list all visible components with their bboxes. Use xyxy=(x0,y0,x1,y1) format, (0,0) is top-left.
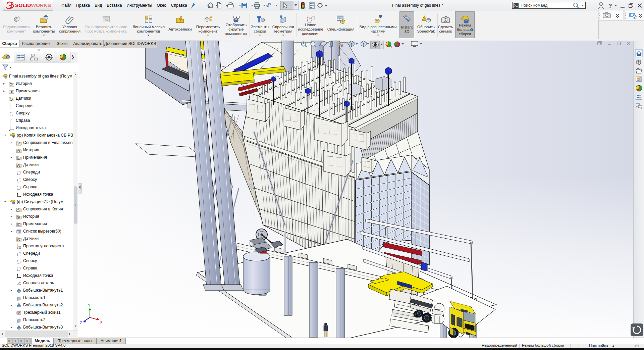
svg-text:X: X xyxy=(100,320,103,324)
svg-text:Z: Z xyxy=(80,321,82,325)
svg-text:A: A xyxy=(18,157,20,160)
svg-text:A: A xyxy=(18,224,20,226)
svg-text:?: ? xyxy=(608,3,612,9)
svg-text:A: A xyxy=(341,44,343,48)
svg-text:SOLIDWORKS: SOLIDWORKS xyxy=(15,2,51,8)
svg-text:3D: 3D xyxy=(17,312,20,314)
svg-text:▼▼: ▼▼ xyxy=(17,233,21,235)
svg-text:!: ! xyxy=(424,16,425,20)
svg-text:Y: Y xyxy=(88,303,91,307)
svg-text:A: A xyxy=(11,91,12,93)
